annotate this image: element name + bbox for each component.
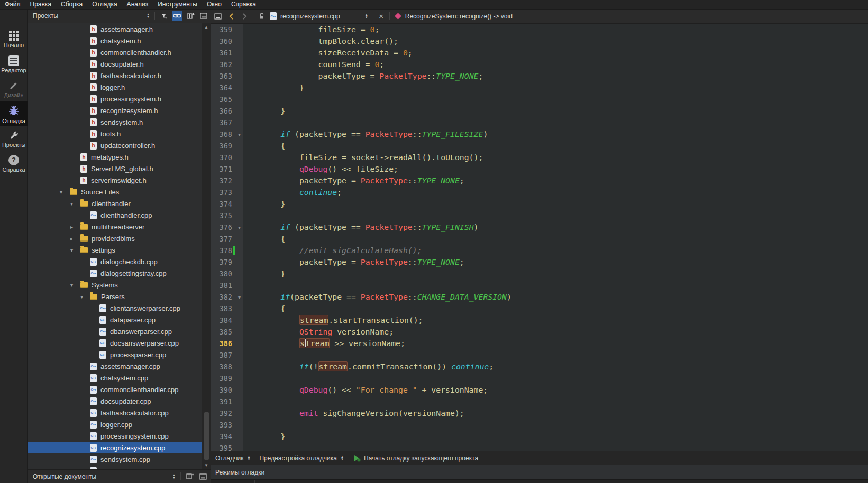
code-line-359[interactable]: fileSize = 0; bbox=[243, 24, 868, 35]
line-number-388[interactable]: 388 bbox=[211, 361, 243, 373]
start-debug-icon[interactable] bbox=[353, 453, 361, 463]
code-line-367[interactable] bbox=[243, 117, 868, 128]
scroll-up-icon[interactable]: ▲ bbox=[204, 25, 208, 30]
code-line-371[interactable]: qDebug() << fileSize; bbox=[243, 163, 868, 175]
line-number-359[interactable]: 359 bbox=[211, 24, 243, 35]
panel-selector-icon[interactable] bbox=[171, 474, 177, 479]
mode-projects[interactable]: Проекты bbox=[0, 126, 28, 151]
mode-debug[interactable]: Отладка bbox=[0, 101, 28, 126]
line-number-370[interactable]: 370 bbox=[211, 152, 243, 163]
code-line-386[interactable]: stream >> versionName; bbox=[243, 338, 868, 349]
code-line-366[interactable]: } bbox=[243, 105, 868, 117]
tree-item-updatecontroller-h[interactable]: updatecontroller.h bbox=[28, 140, 202, 151]
line-number-374[interactable]: 374 bbox=[211, 198, 243, 210]
sync-with-editor-icon[interactable] bbox=[172, 11, 182, 21]
tree-item-sendsystem-h[interactable]: sendsystem.h bbox=[28, 116, 202, 128]
line-number-366[interactable]: 366 bbox=[211, 105, 243, 117]
menu-tools[interactable]: Инструменты bbox=[153, 0, 202, 9]
menu-file[interactable]: Файл bbox=[0, 0, 25, 9]
line-number-365[interactable]: 365 bbox=[211, 94, 243, 105]
tree-item-logger-cpp[interactable]: logger.cpp bbox=[28, 419, 202, 430]
line-number-382[interactable]: 382▾ bbox=[211, 291, 243, 303]
code-line-387[interactable] bbox=[243, 349, 868, 361]
tree-item-settings[interactable]: ▾settings bbox=[28, 244, 202, 256]
line-number-379[interactable]: 379 bbox=[211, 256, 243, 268]
tree-item-clienthandler-cpp[interactable]: clienthandler.cpp bbox=[28, 209, 202, 221]
menu-edit[interactable]: Правка bbox=[25, 0, 57, 9]
code-line-381[interactable] bbox=[243, 280, 868, 291]
close-document-icon[interactable] bbox=[377, 12, 386, 21]
line-number-395[interactable]: 395 bbox=[211, 442, 243, 451]
code-line-361[interactable]: sizeReceiveData = 0; bbox=[243, 47, 868, 59]
code-line-362[interactable]: countSend = 0; bbox=[243, 59, 868, 70]
start-debug-button[interactable]: Начать отладку запускающего проекта bbox=[364, 454, 478, 462]
current-symbol-combo[interactable]: RecognizeSystem::recognize() -> void bbox=[405, 13, 513, 20]
code-line-363[interactable]: packetType = PacketType::TYPE_NONE; bbox=[243, 70, 868, 82]
code-line-365[interactable] bbox=[243, 94, 868, 105]
mode-help[interactable]: Справка bbox=[0, 151, 28, 176]
code-line-364[interactable]: } bbox=[243, 82, 868, 94]
code-line-375[interactable] bbox=[243, 210, 868, 221]
project-tree-scrollbar[interactable]: ▲ ▼ bbox=[202, 23, 211, 469]
open-document-name[interactable]: recognizesystem.cpp bbox=[280, 13, 340, 20]
tree-item-tools-h[interactable]: tools.h bbox=[28, 128, 202, 140]
tree-item-docsupdater-h[interactable]: docsupdater.h bbox=[28, 58, 202, 70]
line-number-368[interactable]: 368▾ bbox=[211, 128, 243, 140]
line-number-372[interactable]: 372 bbox=[211, 175, 243, 187]
line-number-394[interactable]: 394 bbox=[211, 431, 243, 442]
line-number-386[interactable]: 386 bbox=[211, 338, 243, 349]
tree-collapse-arrow-icon[interactable]: ▾ bbox=[60, 189, 67, 195]
tree-collapse-arrow-icon[interactable]: ▾ bbox=[70, 201, 78, 207]
tree-item-processparser-cpp[interactable]: processparser.cpp bbox=[28, 349, 202, 360]
line-number-364[interactable]: 364 bbox=[211, 82, 243, 94]
code-line-389[interactable] bbox=[243, 373, 868, 384]
mode-design[interactable]: Дизайн bbox=[0, 77, 28, 101]
menu-build[interactable]: Сборка bbox=[56, 0, 87, 9]
tree-item-parsers[interactable]: ▾Parsers bbox=[28, 291, 202, 302]
code-line-391[interactable] bbox=[243, 396, 868, 407]
code-line-373[interactable]: continue; bbox=[243, 187, 868, 198]
code-line-372[interactable]: packetType = PacketType::TYPE_NONE; bbox=[243, 175, 868, 187]
tree-item-assetsmanager-h[interactable]: assetsmanager.h bbox=[28, 23, 202, 35]
close-panel-icon[interactable] bbox=[198, 11, 209, 21]
line-number-363[interactable]: 363 bbox=[211, 70, 243, 82]
line-number-380[interactable]: 380 bbox=[211, 268, 243, 280]
code-line-390[interactable]: qDebug() << "For change " + versionName; bbox=[243, 384, 868, 396]
menu-window[interactable]: Окно bbox=[202, 0, 226, 9]
line-number-362[interactable]: 362 bbox=[211, 59, 243, 70]
tree-item-commonclienthandler-h[interactable]: commonclienthandler.h bbox=[28, 47, 202, 58]
menu-analyze[interactable]: Анализ bbox=[122, 0, 153, 9]
tree-item-recognizesystem-h[interactable]: recognizesystem.h bbox=[28, 105, 202, 116]
code-line-378[interactable]: //emit sigCalculateHash(); bbox=[243, 245, 868, 256]
code-line-369[interactable]: { bbox=[243, 140, 868, 152]
tree-item-source-files[interactable]: ▾Source Files bbox=[28, 186, 202, 198]
mode-edit[interactable]: Редактор bbox=[0, 52, 28, 77]
tree-item-providerdblms[interactable]: ▸providerdblms bbox=[28, 233, 202, 244]
split-panel-icon[interactable] bbox=[185, 471, 195, 482]
code-line-382[interactable]: if(packetType == PacketType::CHANGE_DATA… bbox=[243, 291, 868, 303]
tree-item-systems[interactable]: ▾Systems bbox=[28, 279, 202, 291]
line-number-385[interactable]: 385 bbox=[211, 326, 243, 338]
line-number-387[interactable]: 387 bbox=[211, 349, 243, 361]
code-line-379[interactable]: packetType = PacketType::TYPE_NONE; bbox=[243, 256, 868, 268]
tree-item-serverlms-global-h[interactable]: ServerLMS_global.h bbox=[28, 163, 202, 174]
line-number-389[interactable]: 389 bbox=[211, 373, 243, 384]
code-line-376[interactable]: if (packetType == PacketType::TYPE_FINIS… bbox=[243, 221, 868, 233]
tree-item-docsupdater-cpp[interactable]: docsupdater.cpp bbox=[28, 395, 202, 407]
line-number-390[interactable]: 390 bbox=[211, 384, 243, 396]
tree-item-processingsystem-cpp[interactable]: processingsystem.cpp bbox=[28, 430, 202, 442]
line-number-377[interactable]: 377 bbox=[211, 233, 243, 245]
tree-item-assetsmanager-cpp[interactable]: assetsmanager.cpp bbox=[28, 360, 202, 372]
tree-item-serverlmswidget-h[interactable]: serverlmswidget.h bbox=[28, 174, 202, 186]
fold-marker-icon[interactable]: ▾ bbox=[238, 292, 241, 303]
debugger-combo-arrows-icon[interactable] bbox=[246, 456, 251, 461]
close-panel-icon[interactable] bbox=[198, 471, 208, 482]
tree-collapse-arrow-icon[interactable]: ▾ bbox=[70, 282, 78, 288]
tree-item-chatsystem-cpp[interactable]: chatsystem.cpp bbox=[28, 372, 202, 384]
scroll-down-icon[interactable]: ▼ bbox=[204, 463, 208, 468]
line-number-367[interactable]: 367 bbox=[211, 117, 243, 128]
scrollbar-thumb[interactable] bbox=[204, 412, 209, 460]
tree-item-processingsystem-h[interactable]: processingsystem.h bbox=[28, 93, 202, 105]
tree-item-chatsystem-h[interactable]: chatsystem.h bbox=[28, 35, 202, 47]
code-line-385[interactable]: QString versionName; bbox=[243, 326, 868, 338]
